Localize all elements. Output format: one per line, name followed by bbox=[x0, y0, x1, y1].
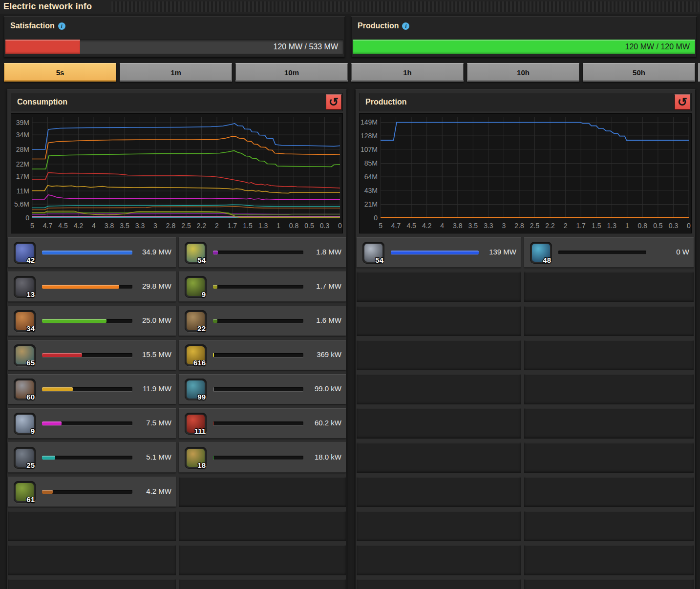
time-button-10h[interactable]: 10h bbox=[467, 63, 579, 82]
legend-row-assembler[interactable]: 614.2 MW bbox=[8, 477, 176, 507]
svg-text:2.8: 2.8 bbox=[514, 222, 524, 230]
satisfaction-header: Satisfaction i bbox=[10, 21, 65, 30]
time-button-sliver[interactable] bbox=[698, 63, 700, 82]
info-icon[interactable]: i bbox=[402, 22, 409, 30]
lab-icon: 42 bbox=[14, 242, 36, 264]
svg-text:1: 1 bbox=[276, 222, 280, 230]
pumpjack-icon: 9 bbox=[185, 276, 207, 298]
legend-mini-bar-fill bbox=[391, 251, 479, 254]
entity-count-badge: 111 bbox=[194, 427, 206, 435]
legend-value: 4.2 MW bbox=[146, 487, 171, 495]
legend-value: 29.8 MW bbox=[142, 282, 171, 290]
satisfaction-label: Satisfaction bbox=[10, 21, 55, 30]
legend-mini-bar-fill bbox=[42, 319, 106, 323]
legend-row-empty bbox=[357, 374, 521, 404]
svg-text:2.5: 2.5 bbox=[181, 222, 191, 230]
svg-text:2.2: 2.2 bbox=[197, 222, 207, 230]
legend-value: 7.5 MW bbox=[146, 419, 171, 427]
legend-row-display-panel[interactable]: 1818.0 kW bbox=[179, 442, 346, 473]
legend-mini-bar bbox=[42, 387, 132, 391]
legend-mini-bar bbox=[558, 251, 646, 254]
legend-row-fast-inserter[interactable]: 11160.2 kW bbox=[179, 408, 346, 439]
entity-count-badge: 616 bbox=[193, 358, 206, 367]
entity-count-badge: 22 bbox=[197, 324, 206, 333]
legend-row-empty bbox=[524, 545, 694, 575]
lamp-icon: 99 bbox=[185, 379, 207, 400]
reset-zoom-button[interactable]: ↺ bbox=[675, 94, 690, 110]
legend-value: 34.9 MW bbox=[142, 248, 171, 256]
legend-row-lamp[interactable]: 9999.0 kW bbox=[179, 374, 346, 404]
svg-text:5: 5 bbox=[30, 222, 34, 230]
svg-text:0.3: 0.3 bbox=[320, 222, 330, 230]
legend-row-turbine[interactable]: 54139 MW bbox=[357, 237, 521, 268]
legend-row-mining-drill[interactable]: 221.6 MW bbox=[179, 306, 346, 336]
legend-row-empty bbox=[524, 579, 694, 589]
assembler-icon: 61 bbox=[14, 481, 36, 503]
info-icon[interactable]: i bbox=[58, 22, 65, 30]
consumption-legend-col-2: 541.8 MW91.7 MW221.6 MW616369 kW9999.0 k… bbox=[179, 237, 346, 589]
electromagnetic-plant-icon: 13 bbox=[14, 276, 36, 298]
legend-value: 369 kW bbox=[317, 350, 341, 358]
svg-text:0.8: 0.8 bbox=[289, 222, 299, 230]
legend-mini-bar bbox=[42, 421, 132, 425]
production-legend-col-1: 54139 MW bbox=[357, 237, 521, 589]
legend-row-foundry[interactable]: 3425.0 MW bbox=[8, 306, 176, 336]
svg-text:34M: 34M bbox=[16, 131, 29, 139]
legend-row-inserter[interactable]: 616369 kW bbox=[179, 340, 346, 370]
legend-mini-bar-fill bbox=[42, 456, 55, 460]
legend-mini-bar-fill bbox=[213, 319, 217, 323]
reset-zoom-button[interactable]: ↺ bbox=[326, 94, 341, 110]
legend-row-electromagnetic-plant[interactable]: 1329.8 MW bbox=[8, 272, 176, 302]
display-panel-icon: 18 bbox=[185, 447, 207, 469]
agricultural-tower-icon: 54 bbox=[185, 242, 207, 264]
drag-handle[interactable] bbox=[111, 1, 700, 12]
legend-row-solar-panel[interactable]: 480 W bbox=[524, 237, 694, 268]
legend-row-empty bbox=[179, 579, 346, 589]
legend-mini-bar-fill bbox=[42, 387, 73, 391]
legend-mini-bar bbox=[213, 421, 303, 425]
foundry-icon: 34 bbox=[14, 310, 36, 332]
entity-count-badge: 25 bbox=[26, 461, 35, 469]
legend-mini-bar bbox=[42, 319, 132, 323]
entity-count-badge: 65 bbox=[26, 358, 35, 367]
svg-text:4.7: 4.7 bbox=[43, 222, 53, 230]
legend-row-empty bbox=[357, 511, 521, 541]
legend-row-agricultural-tower[interactable]: 541.8 MW bbox=[179, 237, 346, 268]
entity-count-badge: 99 bbox=[197, 393, 206, 401]
time-button-50h[interactable]: 50h bbox=[583, 63, 695, 82]
legend-row-pumpjack[interactable]: 91.7 MW bbox=[179, 272, 346, 302]
legend-row-lab[interactable]: 4234.9 MW bbox=[8, 237, 176, 268]
crusher-icon: 9 bbox=[14, 413, 36, 435]
entity-count-badge: 48 bbox=[543, 256, 551, 264]
svg-text:22M: 22M bbox=[16, 160, 29, 168]
satisfaction-progress-fill bbox=[5, 40, 80, 54]
svg-text:3.5: 3.5 bbox=[468, 222, 478, 230]
entity-count-badge: 54 bbox=[197, 256, 206, 264]
legend-row-empty bbox=[524, 408, 694, 439]
legend-row-cryogenic-plant[interactable]: 6515.5 MW bbox=[8, 340, 176, 370]
fast-inserter-icon: 111 bbox=[185, 413, 207, 435]
legend-value: 18.0 kW bbox=[315, 453, 341, 461]
legend-value: 15.5 MW bbox=[142, 350, 171, 358]
legend-row-furnace[interactable]: 6011.9 MW bbox=[8, 374, 176, 404]
svg-text:1.7: 1.7 bbox=[576, 222, 586, 230]
time-button-10m[interactable]: 10m bbox=[235, 63, 348, 82]
time-button-5s[interactable]: 5s bbox=[4, 63, 116, 82]
legend-row-crusher[interactable]: 97.5 MW bbox=[8, 408, 176, 439]
svg-text:21M: 21M bbox=[364, 200, 378, 208]
legend-mini-bar bbox=[42, 353, 132, 357]
legend-mini-bar-fill bbox=[213, 353, 214, 357]
svg-text:0: 0 bbox=[338, 222, 342, 230]
legend-value: 1.8 MW bbox=[316, 248, 341, 256]
svg-text:4.5: 4.5 bbox=[406, 222, 416, 230]
turbine-icon: 54 bbox=[362, 242, 384, 264]
cryogenic-plant-icon: 65 bbox=[14, 344, 36, 366]
production-summary-label: Production bbox=[358, 21, 399, 30]
engine-icon: 25 bbox=[14, 447, 36, 469]
svg-text:5.6M: 5.6M bbox=[14, 200, 29, 208]
legend-row-engine[interactable]: 255.1 MW bbox=[8, 442, 176, 473]
time-button-1m[interactable]: 1m bbox=[120, 63, 232, 82]
legend-mini-bar bbox=[391, 251, 479, 254]
time-button-1h[interactable]: 1h bbox=[351, 63, 464, 82]
legend-mini-bar-fill bbox=[42, 251, 132, 254]
